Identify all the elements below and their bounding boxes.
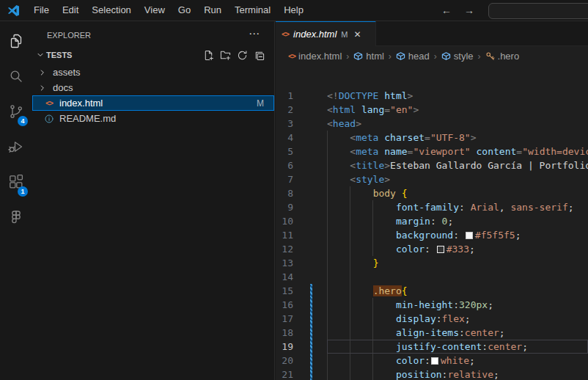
code-line-12[interactable]: 12 color: #333; (276, 242, 588, 256)
code-token: .hero (373, 285, 402, 296)
code-line-19[interactable]: 19 justify-content:center; (276, 340, 588, 354)
breadcrumb-item--hero[interactable]: .hero (485, 51, 520, 62)
code-token: meta (356, 146, 378, 157)
code-token: DOCTYPE (339, 90, 379, 101)
code-line-16[interactable]: 16 min-height:320px; (276, 298, 588, 312)
line-content: <meta name="viewport" content="width=dev… (327, 145, 588, 158)
code-line-3[interactable]: 3<head> (276, 117, 588, 131)
breadcrumb-label: index.html (298, 51, 342, 62)
code-token: html (333, 104, 356, 115)
code-line-8[interactable]: 8 body { (276, 186, 588, 200)
code-line-7[interactable]: 7 <style> (276, 172, 588, 186)
code-token: } (373, 257, 379, 268)
breadcrumb-item-html[interactable]: html (353, 51, 384, 62)
activity-extensions[interactable]: 1 (0, 166, 32, 201)
menu-item-edit[interactable]: Edit (56, 4, 85, 15)
menu-item-run[interactable]: Run (197, 4, 228, 15)
tab-index-html[interactable]: <> index.html M ✕ (276, 21, 376, 46)
color-swatch (431, 357, 438, 365)
line-number: 15 (276, 284, 293, 298)
code-token: : (459, 327, 465, 338)
code-line-11[interactable]: 11 background: #f5f5f5; (276, 228, 588, 242)
code-token: min-height (396, 299, 453, 310)
file-name: assets (53, 67, 81, 78)
activity-run-debug[interactable] (0, 131, 32, 166)
menu-item-view[interactable]: View (138, 4, 172, 15)
line-content: .hero{ (327, 284, 408, 298)
command-center[interactable] (488, 3, 588, 19)
new-folder-icon[interactable] (219, 49, 231, 61)
code-lines: 1<!DOCTYPE html>2<html lang="en">3<head>… (276, 66, 588, 380)
code-token: : (482, 341, 488, 352)
code-token: = (425, 132, 430, 143)
activity-source-control[interactable]: 4 (0, 95, 32, 131)
tree-item-index-html[interactable]: <>index.htmlM (32, 95, 274, 111)
breadcrumb-item-index-html[interactable]: <>index.html (288, 51, 342, 62)
code-line-14[interactable]: 14 (276, 270, 588, 284)
code-token: < (350, 160, 356, 171)
vscode-logo-icon (7, 4, 21, 17)
code-editor[interactable]: 1<!DOCTYPE html>2<html lang="en">3<head>… (276, 66, 588, 380)
new-file-icon[interactable] (202, 49, 214, 61)
vscode-window: FileEditSelectionViewGoRunTerminalHelp ←… (0, 0, 588, 380)
code-line-1[interactable]: 1<!DOCTYPE html> (276, 89, 588, 103)
code-token (327, 313, 396, 324)
activity-figma[interactable] (0, 201, 32, 236)
code-line-17[interactable]: 17 display:flex; (276, 312, 588, 326)
code-token: ; (488, 299, 493, 310)
code-token: #f5f5f5 (475, 230, 515, 241)
code-line-9[interactable]: 9 font-family: Arial, sans-serif; (276, 200, 588, 214)
menu-bar: FileEditSelectionViewGoRunTerminalHelp (27, 0, 310, 21)
code-token: ; (515, 230, 521, 241)
code-token: "UTF-8" (430, 132, 471, 143)
code-token: flex (442, 313, 465, 324)
code-token: < (350, 132, 356, 143)
menu-item-file[interactable]: File (27, 4, 56, 15)
tree-item-assets[interactable]: assets (32, 65, 274, 80)
tree-item-readme-md[interactable]: README.md (32, 111, 274, 126)
menu-item-go[interactable]: Go (172, 4, 197, 15)
code-line-21[interactable]: 21 position:relative; (276, 368, 588, 380)
collapse-all-icon[interactable] (253, 49, 265, 61)
code-line-15[interactable]: 15 .hero{ (276, 284, 588, 298)
menu-item-help[interactable]: Help (277, 4, 310, 15)
code-token: ; (447, 216, 453, 227)
code-line-13[interactable]: 13 } (276, 256, 588, 270)
activity-search[interactable] (0, 60, 32, 95)
line-number: 20 (276, 354, 293, 368)
nav-back-icon[interactable]: ← (441, 4, 452, 16)
code-token (327, 341, 396, 352)
menu-item-terminal[interactable]: Terminal (228, 4, 277, 15)
code-line-2[interactable]: 2<html lang="en"> (276, 103, 588, 117)
activity-bar: 4 1 (0, 21, 32, 380)
code-token: > (356, 118, 361, 129)
code-token: html (384, 90, 407, 101)
nav-forward-icon[interactable]: → (464, 4, 474, 16)
menu-item-selection[interactable]: Selection (85, 4, 137, 15)
code-token: ; (469, 355, 475, 366)
code-token: ; (499, 327, 505, 338)
refresh-icon[interactable] (236, 49, 248, 61)
tree-item-docs[interactable]: docs (32, 80, 274, 95)
symbol-field-icon (353, 51, 363, 61)
workspace-section-header[interactable]: TESTS (32, 47, 274, 63)
code-line-6[interactable]: 6 <title>Esteban Gallardo García | Portf… (276, 158, 588, 172)
breadcrumb-item-head[interactable]: head (396, 51, 430, 62)
code-token: font-family (396, 202, 459, 213)
breadcrumb-separator-icon: › (434, 51, 437, 62)
activity-explorer[interactable] (0, 25, 32, 60)
breadcrumb-item-style[interactable]: style (441, 51, 474, 62)
line-number: 21 (276, 368, 293, 380)
breadcrumb-separator-icon: › (346, 51, 349, 62)
code-token (327, 132, 350, 143)
code-token: : (453, 230, 465, 241)
code-line-5[interactable]: 5 <meta name="viewport" content="width=d… (276, 145, 588, 158)
line-content: color: #333; (327, 242, 475, 256)
code-token: , (499, 202, 511, 213)
code-line-18[interactable]: 18 align-items:center; (276, 326, 588, 340)
code-line-10[interactable]: 10 margin: 0; (276, 214, 588, 228)
tab-close-icon[interactable]: ✕ (353, 29, 361, 40)
explorer-more-actions-icon[interactable]: ⋯ (249, 27, 260, 40)
code-line-20[interactable]: 20 color:white; (276, 354, 588, 368)
code-line-4[interactable]: 4 <meta charset="UTF-8"> (276, 131, 588, 145)
